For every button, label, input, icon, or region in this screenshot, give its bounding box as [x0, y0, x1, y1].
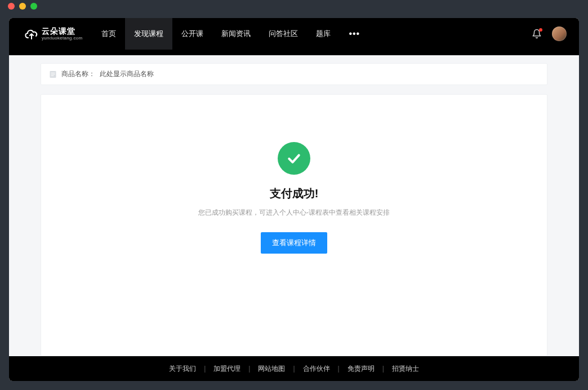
notifications-button[interactable] [532, 29, 542, 39]
user-avatar[interactable] [552, 26, 567, 41]
page-body: 商品名称： 此处显示商品名称 支付成功! 您已成功购买课程，可进入个人中心-课程… [9, 50, 579, 356]
nav-open-class[interactable]: 公开课 [172, 18, 212, 50]
footer-link-partners[interactable]: 合作伙伴 [295, 364, 338, 374]
checkmark-icon [286, 150, 302, 167]
document-icon [49, 70, 57, 78]
logo-subtext: yunduoketang.com [42, 36, 82, 41]
nav-discover-courses[interactable]: 发现课程 [125, 18, 172, 50]
nav-right-controls [532, 26, 579, 41]
browser-window-controls [0, 0, 588, 12]
payment-success-card: 支付成功! 您已成功购买课程，可进入个人中心-课程表中查看相关课程安排 查看课程… [41, 94, 547, 356]
nav-home[interactable]: 首页 [92, 18, 125, 50]
view-course-detail-button[interactable]: 查看课程详情 [261, 232, 327, 254]
logo-text: 云朵课堂 [42, 27, 82, 35]
success-check-circle [278, 142, 310, 175]
nav-exam[interactable]: 题库 [307, 18, 340, 50]
product-name-bar: 商品名称： 此处显示商品名称 [41, 63, 547, 85]
svg-rect-2 [51, 74, 55, 74]
footer-link-sitemap[interactable]: 网站地图 [250, 364, 293, 374]
footer-link-franchise[interactable]: 加盟代理 [206, 364, 248, 374]
nav-more-button[interactable]: ••• [340, 18, 369, 50]
cloud-logo-icon [24, 28, 38, 40]
app-viewport: 云朵课堂 yunduoketang.com 首页 发现课程 公开课 新闻资讯 问… [9, 18, 579, 381]
product-name-value: 此处显示商品名称 [100, 69, 154, 79]
footer-link-disclaimer[interactable]: 免责声明 [340, 364, 382, 374]
main-nav: 首页 发现课程 公开课 新闻资讯 问答社区 题库 ••• [92, 18, 369, 50]
window-minimize-dot[interactable] [19, 3, 26, 10]
site-footer: 关于我们 | 加盟代理 | 网站地图 | 合作伙伴 | 免责声明 | 招贤纳士 [9, 356, 579, 381]
top-nav: 云朵课堂 yunduoketang.com 首页 发现课程 公开课 新闻资讯 问… [9, 18, 579, 50]
svg-rect-3 [51, 76, 54, 76]
svg-rect-1 [51, 73, 55, 73]
window-zoom-dot[interactable] [30, 3, 37, 10]
footer-link-careers[interactable]: 招贤纳士 [384, 364, 427, 374]
notification-unread-badge [539, 28, 542, 32]
window-close-dot[interactable] [8, 3, 15, 10]
site-logo[interactable]: 云朵课堂 yunduoketang.com [9, 27, 92, 41]
nav-news[interactable]: 新闻资讯 [212, 18, 260, 50]
success-description: 您已成功购买课程，可进入个人中心-课程表中查看相关课程安排 [198, 208, 390, 218]
footer-link-about[interactable]: 关于我们 [161, 364, 204, 374]
success-title: 支付成功! [270, 186, 319, 201]
nav-qna[interactable]: 问答社区 [260, 18, 307, 50]
product-name-label: 商品名称： [61, 69, 95, 79]
